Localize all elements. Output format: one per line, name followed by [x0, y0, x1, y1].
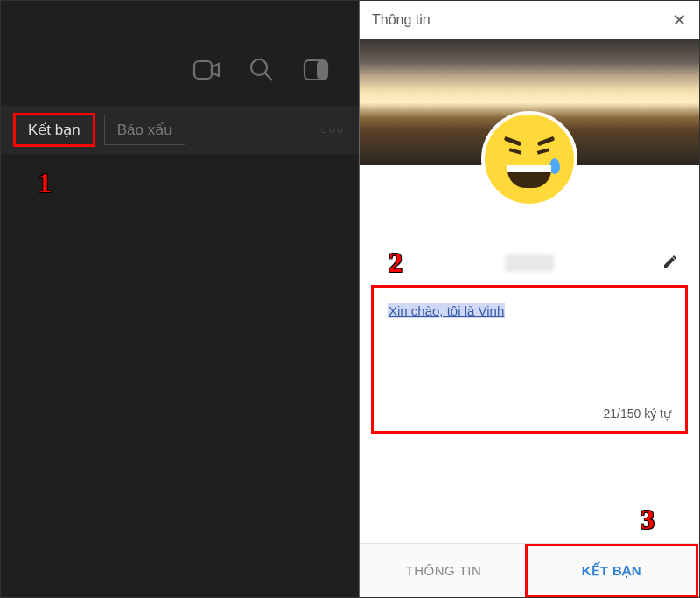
action-bar: Kết bạn Báo xấu ○○○	[1, 106, 359, 154]
close-icon[interactable]: ✕	[672, 10, 687, 31]
report-button[interactable]: Báo xấu	[104, 115, 186, 145]
video-call-icon[interactable]	[192, 55, 222, 85]
message-text: Xin chào, tôi là Vinh	[388, 303, 505, 318]
message-input-wrap: Xin chào, tôi là Vinh 21/150 ký tự	[374, 288, 685, 431]
footer-add-friend-button[interactable]: KẾT BẠN	[528, 546, 696, 595]
svg-rect-0	[194, 61, 212, 79]
search-icon[interactable]	[247, 55, 276, 85]
svg-point-1	[251, 59, 267, 75]
edit-name-icon[interactable]	[662, 254, 678, 273]
svg-rect-4	[317, 60, 327, 80]
panel-header: Thông tin ✕	[360, 1, 699, 39]
footer-info-button[interactable]: THÔNG TIN	[360, 544, 528, 597]
info-panel: Thông tin ✕ Xin chào, tôi là Vinh 21/150…	[359, 1, 699, 597]
friend-request-message-input[interactable]: Xin chào, tôi là Vinh 21/150 ký tự	[375, 289, 683, 429]
panel-title: Thông tin	[372, 12, 430, 28]
char-counter: 21/150 ký tự	[388, 407, 671, 421]
add-friend-button[interactable]: Kết bạn	[15, 115, 94, 145]
top-toolbar	[1, 1, 359, 106]
annotation-step-1: 1	[38, 167, 52, 199]
svg-line-2	[265, 73, 272, 80]
more-options-icon[interactable]: ○○○	[320, 124, 345, 136]
profile-name-row	[360, 251, 699, 275]
chat-left-panel: Kết bạn Báo xấu ○○○ 1	[1, 1, 359, 597]
sidebar-toggle-icon[interactable]	[301, 55, 331, 85]
panel-footer: THÔNG TIN KẾT BẠN	[360, 543, 699, 597]
profile-name-blurred	[505, 254, 554, 272]
avatar	[481, 111, 578, 207]
